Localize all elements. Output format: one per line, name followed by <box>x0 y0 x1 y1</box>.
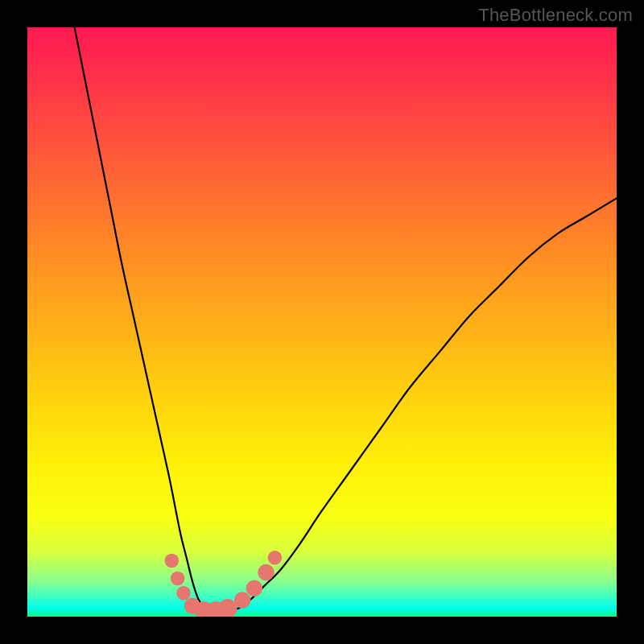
watermark-text: TheBottleneck.com <box>478 5 633 26</box>
curve-marker <box>176 586 191 601</box>
chart-frame: TheBottleneck.com <box>0 0 644 644</box>
curve-marker <box>171 572 185 586</box>
bottleneck-curve <box>75 27 617 611</box>
chart-svg <box>27 27 617 617</box>
chart-plot-area <box>27 27 617 617</box>
curve-marker <box>234 592 250 608</box>
curve-marker <box>258 564 274 580</box>
curve-marker <box>268 551 283 565</box>
curve-marker <box>218 599 237 617</box>
curve-markers <box>165 551 283 617</box>
curve-marker <box>165 554 180 568</box>
curve-marker <box>246 580 262 597</box>
